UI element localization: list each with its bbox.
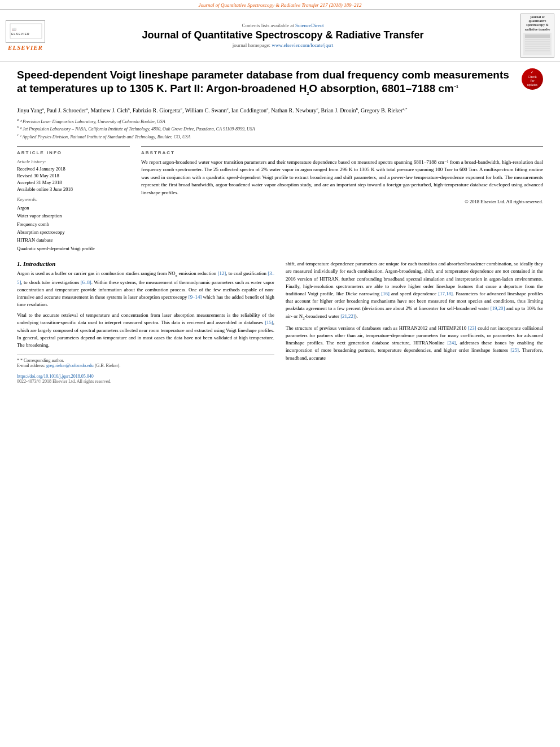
abstract-heading: ABSTRACT — [141, 150, 543, 155]
keyword-4: Absorption spectroscopy — [17, 228, 130, 236]
journal-citation-text: Journal of Quantitative Spectroscopy & R… — [199, 2, 362, 8]
keyword-5: HITRAN database — [17, 236, 130, 244]
journal-citation-bar: Journal of Quantitative Spectroscopy & R… — [0, 0, 560, 9]
sciencedirect-link[interactable]: ScienceDirect — [295, 23, 323, 28]
keyword-1: Argon — [17, 204, 130, 212]
section-1-title: 1. Introduction — [17, 260, 274, 267]
article-info-heading: ARTICLE INFO — [17, 150, 130, 155]
elsevier-logo-box: 📖 ELSEVIER — [6, 20, 45, 43]
journal-title: Journal of Quantitative Spectroscopy & R… — [51, 29, 515, 41]
article-info-panel: ARTICLE INFO Article history: Received 4… — [17, 146, 130, 253]
check-for-updates-badge: ✓ Check for updates — [522, 68, 543, 90]
article-info-abstract-section: ARTICLE INFO Article history: Received 4… — [17, 146, 543, 253]
contents-line: Contents lists available at ScienceDirec… — [51, 23, 515, 28]
main-content: Speed-dependent Voigt lineshape paramete… — [0, 62, 560, 391]
corresponding-author-note: * * Corresponding author. — [17, 358, 274, 363]
article-title: Speed-dependent Voigt lineshape paramete… — [17, 68, 516, 97]
thumb-title: journal of quantitative spectroscopy & r… — [522, 15, 553, 32]
authors-line: Jinyu Yanga, Paul J. Schroedera, Matthew… — [17, 106, 543, 115]
body-content: 1. Introduction Argon is used as a buffe… — [17, 260, 543, 384]
intro-para3: shift, and temperature dependence parame… — [286, 260, 543, 321]
revised-row: Revised 30 May 2018 — [17, 172, 130, 178]
keywords-list: Argon Water vapor absorption Frequency c… — [17, 204, 130, 253]
keyword-6: Quadratic speed-dependent Voigt profile — [17, 244, 130, 252]
svg-rect-10 — [525, 48, 550, 49]
affiliation-a: a ᵃ Precision Laser Diagnostics Laborato… — [17, 117, 543, 125]
author-email-link[interactable]: greg.rieker@colorado.edu — [46, 363, 94, 368]
body-left-col: 1. Introduction Argon is used as a buffe… — [17, 260, 274, 384]
history-label: Article history: — [17, 159, 130, 164]
email-line: E-mail address: greg.rieker@colorado.edu… — [17, 363, 274, 368]
intro-para1: Argon is used as a buffer or carrier gas… — [17, 270, 274, 308]
affiliation-c: c ᶜ Applied Physics Division, National I… — [17, 133, 543, 141]
abstract-panel: ABSTRACT We report argon-broadened water… — [141, 146, 543, 253]
svg-rect-0 — [9, 23, 43, 40]
body-right-col: shift, and temperature dependence parame… — [286, 260, 543, 384]
available-row: Available online 3 June 2018 — [17, 186, 130, 192]
svg-rect-6 — [525, 39, 550, 40]
journal-header: 📖 ELSEVIER ELSEVIER Contents lists avail… — [0, 9, 560, 62]
copyright-line: © 2018 Elsevier Ltd. All rights reserved… — [141, 199, 543, 204]
received-row: Received 4 January 2018 — [17, 165, 130, 172]
doi-link[interactable]: https://doi.org/10.1016/j.jqsrt.2018.05.… — [17, 374, 94, 379]
journal-title-area: Contents lists available at ScienceDirec… — [51, 23, 515, 48]
svg-rect-7 — [525, 41, 550, 42]
svg-rect-5 — [525, 34, 550, 38]
elsevier-text: ELSEVIER — [6, 44, 45, 51]
journal-thumbnail: journal of quantitative spectroscopy & r… — [520, 14, 554, 58]
svg-rect-9 — [525, 46, 550, 47]
intro-para4: The structure of previous versions of da… — [286, 325, 543, 362]
journal-homepage-link[interactable]: www.elsevier.com/locate/jqsrt — [272, 42, 333, 48]
body-two-col: 1. Introduction Argon is used as a buffe… — [17, 260, 543, 384]
footnote-area: * * Corresponding author. E-mail address… — [17, 355, 274, 368]
intro-para2: Vital to the accurate retrieval of tempe… — [17, 312, 274, 349]
accepted-row: Accepted 31 May 2018 — [17, 179, 130, 185]
keywords-label: Keywords: — [17, 196, 130, 202]
svg-text:ELSEVIER: ELSEVIER — [11, 32, 30, 36]
svg-rect-8 — [525, 43, 550, 45]
doi-line: https://doi.org/10.1016/j.jqsrt.2018.05.… — [17, 374, 274, 379]
affiliations: a ᵃ Precision Laser Diagnostics Laborato… — [17, 117, 543, 141]
issn-line: 0022-4073/© 2018 Elsevier Ltd. All right… — [17, 379, 274, 384]
journal-homepage: journal homepage: www.elsevier.com/locat… — [51, 42, 515, 48]
keyword-3: Frequency comb — [17, 220, 130, 228]
svg-text:📖: 📖 — [11, 27, 17, 32]
elsevier-logo: 📖 ELSEVIER ELSEVIER — [6, 20, 45, 51]
keyword-2: Water vapor absorption — [17, 212, 130, 220]
affiliation-b: b ᵇ Jet Propulsion Laboratory – NASA, Ca… — [17, 125, 543, 133]
abstract-text: We report argon-broadened water vapor tr… — [141, 159, 543, 197]
svg-rect-11 — [525, 50, 550, 51]
